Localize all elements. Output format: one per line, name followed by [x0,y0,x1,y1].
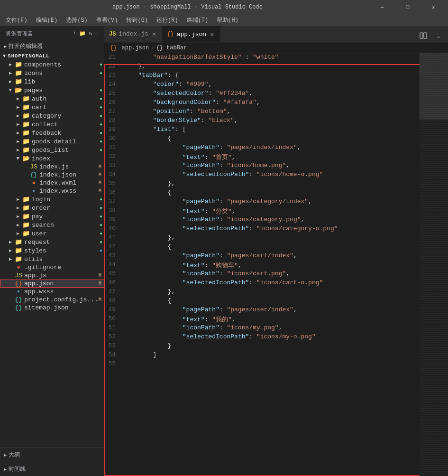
sidebar-item-collect[interactable]: ▶ 📁 collect ● [0,120,104,129]
menu-goto[interactable]: 转到(G) [122,15,152,25]
sidebar-item-order[interactable]: ▶ 📁 order ● [0,204,104,212]
sidebar-item-index-json[interactable]: {} index.json M [0,171,104,179]
line-content[interactable]: "text": "我的", [123,315,420,324]
line-content[interactable]: }, [123,179,420,188]
sidebar-item-project-config[interactable]: {} project.config.js... M [0,296,104,304]
sidebar-item-icons[interactable]: ▶ 📁 icons ● [0,69,104,77]
collapse-icon[interactable]: ≡ [95,30,99,37]
line-content[interactable]: "borderStyle": "black", [123,116,420,125]
sidebar-item-pay[interactable]: ▶ 📁 pay ● [0,212,104,221]
line-content[interactable]: "pagePath": "pages/user/index", [123,306,420,315]
line-content[interactable]: "iconPath": "icons/home.png", [123,161,420,170]
sidebar-item-goods-list[interactable]: ▶ 📁 goods_list ● [0,146,104,154]
editor-area[interactable]: 21 "navigationBarTextStyle" : "white"22 … [104,53,420,476]
line-content[interactable]: "text": "购物车", [123,261,420,270]
new-file-icon[interactable]: + [73,30,76,37]
minimap-thumb[interactable] [420,53,448,120]
sidebar-item-app-wxss[interactable]: ● app.wxss [0,288,104,296]
line-content[interactable]: "selectedIconPath": "icons/home-o.png" [123,170,420,179]
line-content[interactable]: "position": "bottom", [123,107,420,116]
sidebar-item-components[interactable]: ▶ 📁 components ● [0,60,104,69]
line-content[interactable]: } [123,342,420,351]
line-content[interactable]: { [123,134,420,143]
tab-app-json-close[interactable]: ✕ [209,30,215,39]
code-line: 44 "text": "购物车", [104,261,420,270]
line-content[interactable]: }, [123,62,420,71]
sidebar-item-app-js[interactable]: JS app.js M [0,271,104,280]
line-content[interactable]: "tabBar": { [123,71,420,80]
line-content[interactable]: "iconPath": "icons/category.png", [123,215,420,224]
menu-file[interactable]: 文件(F) [2,15,31,25]
line-content[interactable]: "selectedIconPath": "icons/my-o.png" [123,333,420,342]
outline-label: 大纲 [9,451,20,459]
menu-edit[interactable]: 编辑(E) [32,15,62,25]
sidebar-item-index-js[interactable]: JS index.js M [0,163,104,171]
arrow-icon: ▶ [7,239,14,245]
minimize-button[interactable]: — [371,0,393,14]
line-content[interactable] [123,360,420,369]
line-content[interactable]: "text": "首页", [123,152,420,161]
split-editor-button[interactable] [417,29,430,42]
open-editors-section[interactable]: ▶ 打开的编辑器 [0,41,104,52]
line-content[interactable]: "list": [ [123,125,420,134]
line-content[interactable]: { [123,297,420,306]
sidebar-item-user[interactable]: ▶ 📁 user ● [0,229,104,238]
line-content[interactable]: { [123,188,420,197]
line-content[interactable]: ] [123,351,420,360]
line-content[interactable]: "iconPath": "icons/cart.png", [123,270,420,279]
new-folder-icon[interactable]: 📁 [79,30,86,37]
breadcrumb-section[interactable]: {} tabBar [156,45,187,51]
line-number: 22 [104,62,123,71]
sidebar-item-styles[interactable]: ▶ 📁 styles ● [0,246,104,255]
sidebar-item-index-folder[interactable]: ▶ 📂 index [0,154,104,163]
sidebar-item-category[interactable]: ▶ 📁 category ● [0,112,104,120]
refresh-icon[interactable]: ↻ [89,30,92,37]
line-content[interactable]: "pagePath": "pages/cart/index", [123,252,420,261]
sidebar-item-goods-detail[interactable]: ▶ 📁 goods_detail ● [0,137,104,146]
line-content[interactable]: "backgroundColor": "#fafafa", [123,98,420,107]
line-content[interactable]: "pagePath": "pages/index/index", [123,143,420,152]
sidebar-item-lib[interactable]: ▶ 📁 lib [0,77,104,86]
sidebar-item-request[interactable]: ▶ 📁 request ● [0,238,104,246]
sidebar-item-index-wxss[interactable]: ● index.wxss M [0,187,104,195]
line-content[interactable]: "iconPath": "icons/my.png", [123,324,420,333]
json-icon: {} [14,304,23,311]
menu-run[interactable]: 运行(R) [153,15,182,25]
sidebar-item-utils[interactable]: ▶ 📁 utils [0,255,104,263]
tab-app-json[interactable]: {} app.json ✕ [162,26,220,42]
folder-icon: 📁 [14,69,23,77]
sidebar-item-app-json[interactable]: {} app.json M [0,280,104,288]
sidebar-item-auth[interactable]: ▶ 📁 auth ● [0,94,104,103]
line-content[interactable]: "navigationBarTextStyle" : "white" [123,53,420,62]
sidebar-item-login[interactable]: ▶ 📁 login ● [0,195,104,204]
line-content[interactable]: "selectedColor": "#ff2d4a", [123,89,420,98]
breadcrumb-file[interactable]: {} app.json [110,45,149,51]
sidebar-item-sitemap[interactable]: {} sitemap.json [0,304,104,312]
tab-index-js-close[interactable]: ✕ [151,29,157,38]
sidebar-item-pages[interactable]: ▶ 📂 pages ● [0,86,104,94]
outline-panel[interactable]: ▶ 大纲 [0,448,104,462]
timeline-panel[interactable]: ▶ 时间线 [0,462,104,476]
root-section[interactable]: ▼ SHOPPINGMALL [0,52,104,60]
close-button[interactable]: ✕ [422,0,444,14]
menu-terminal[interactable]: 终端(T) [183,15,212,25]
line-content[interactable]: }, [123,233,420,243]
menu-select[interactable]: 选择(S) [62,15,91,25]
menu-view[interactable]: 查看(V) [92,15,122,25]
sidebar-item-search[interactable]: ▶ 📁 search ● [0,221,104,229]
line-content[interactable]: "color": "#999", [123,80,420,89]
sidebar-item-index-wxml[interactable]: ■ index.wxml M [0,179,104,187]
line-content[interactable]: }, [123,288,420,297]
line-content[interactable]: "selectedIconPath": "icons/category-o.pn… [123,224,420,233]
tab-index-js[interactable]: JS index.js ✕ [104,26,162,42]
line-content[interactable]: { [123,243,420,252]
sidebar-item-feedback[interactable]: ▶ 📁 feedback ● [0,129,104,137]
line-content[interactable]: "selectedIconPath": "icons/cart-o.png" [123,279,420,288]
menu-help[interactable]: 帮助(H) [213,15,242,25]
line-content[interactable]: "pagePath": "pages/category/index", [123,197,420,206]
line-content[interactable]: "text": "分类", [123,206,420,215]
sidebar-item-gitignore[interactable]: ♥ .gitignore [0,263,104,271]
more-actions-button[interactable]: … [432,29,445,42]
sidebar-item-cart[interactable]: ▶ 📁 cart ● [0,103,104,112]
maximize-button[interactable]: □ [397,0,419,14]
